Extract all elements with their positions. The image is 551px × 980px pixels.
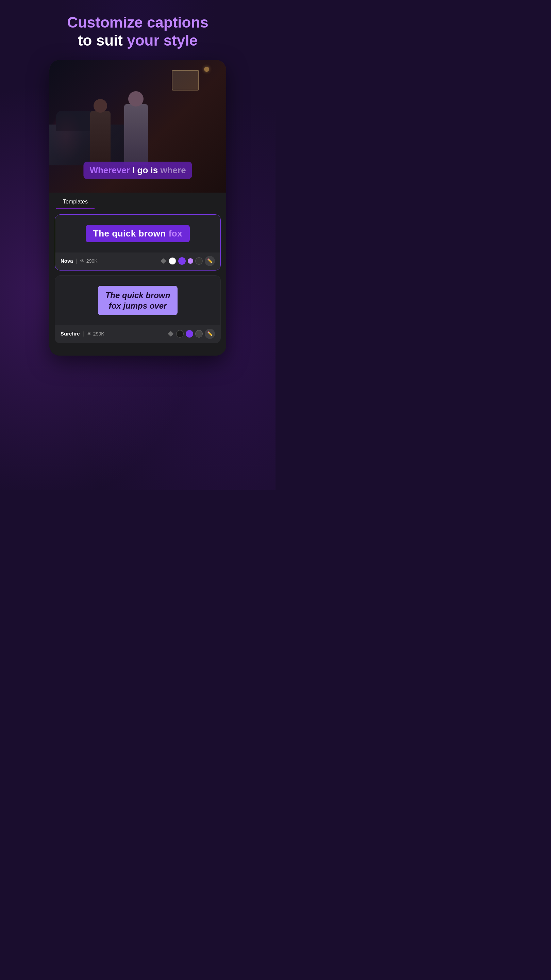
- nova-meta: Nova | 👁 290K: [55, 253, 221, 270]
- hero-title: Customize captions to suit your style: [53, 14, 222, 50]
- video-caption-overlay: Wherever I go is where: [83, 162, 192, 179]
- views-icon-surefire: 👁: [87, 331, 92, 337]
- templates-section: Templates The quick brown fox Nova |: [49, 192, 226, 356]
- person1-silhouette: [90, 111, 111, 165]
- swatch-dark2-surefire[interactable]: [195, 330, 203, 337]
- swatch-dark-nova[interactable]: [195, 257, 203, 265]
- nova-name: Nova: [60, 258, 73, 264]
- templates-list: The quick brown fox Nova | 👁 290K: [49, 209, 226, 349]
- diamond-icon-nova: [160, 258, 167, 264]
- bokeh-light: [204, 67, 209, 72]
- surefire-caption-text: The quick brown fox jumps over: [105, 290, 170, 311]
- surefire-preview: The quick brown fox jumps over: [55, 275, 221, 325]
- hero-line1: Customize captions: [67, 14, 208, 32]
- window-light: [172, 70, 199, 91]
- swatch-purple-nova[interactable]: [178, 257, 186, 265]
- surefire-views: 👁 290K: [87, 331, 105, 337]
- views-icon: 👁: [80, 258, 85, 264]
- nova-views: 👁 290K: [80, 258, 98, 264]
- templates-tab-label: Templates: [63, 199, 88, 208]
- template-card-nova[interactable]: The quick brown fox Nova | 👁 290K: [55, 215, 221, 270]
- nova-caption-bg: The quick brown fox: [86, 225, 190, 242]
- swatch-lavender-nova[interactable]: [188, 258, 193, 264]
- surefire-caption-bg: The quick brown fox jumps over: [98, 286, 178, 315]
- edit-button-surefire[interactable]: ✏️: [205, 329, 215, 339]
- person2-silhouette: [124, 104, 148, 165]
- surefire-name: Surefire: [60, 331, 80, 337]
- edit-button-nova[interactable]: ✏️: [205, 256, 215, 266]
- surefire-meta: Surefire | 👁 290K ✏: [55, 325, 221, 343]
- template-card-surefire[interactable]: The quick brown fox jumps over Surefire …: [55, 275, 221, 343]
- swatch-purple-surefire[interactable]: [186, 330, 193, 337]
- hero-line2: to suit your style: [67, 32, 208, 50]
- swatch-white-nova[interactable]: [169, 257, 176, 265]
- video-preview: Wherever I go is where: [49, 60, 226, 192]
- diamond-icon-surefire: [167, 331, 174, 337]
- swatch-black-surefire[interactable]: [176, 330, 184, 337]
- phone-mockup: Wherever I go is where Templates The qui…: [49, 60, 226, 356]
- nova-preview: The quick brown fox: [55, 215, 221, 253]
- templates-tab[interactable]: Templates: [56, 192, 95, 209]
